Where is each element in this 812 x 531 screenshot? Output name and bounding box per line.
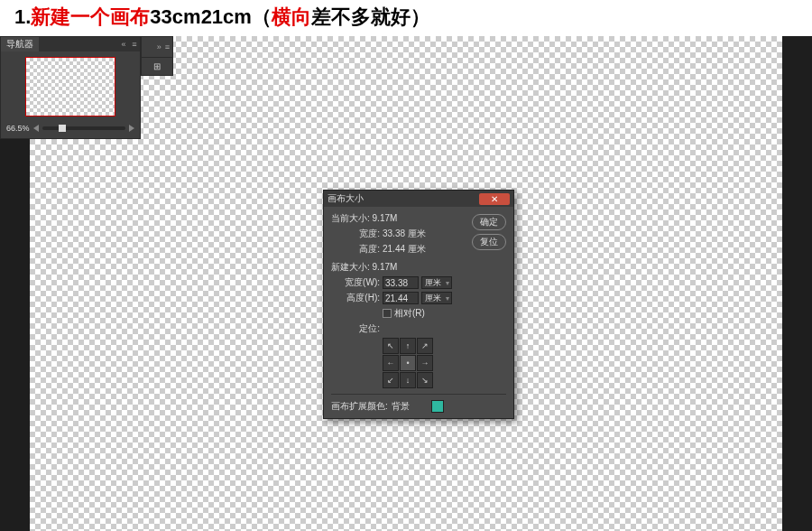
anchor-grid[interactable]: ↖ ↑ ↗ ← • → ↙ ↓ ↘	[383, 338, 506, 388]
width-unit-select[interactable]: 厘米	[421, 276, 452, 289]
zoom-slider[interactable]: 66.5%	[1, 122, 140, 138]
anchor-nw[interactable]: ↖	[383, 338, 399, 354]
anchor-w[interactable]: ←	[383, 355, 399, 371]
ok-button[interactable]: 确定	[472, 214, 506, 230]
anchor-n[interactable]: ↑	[400, 338, 416, 354]
extension-color-swatch[interactable]	[431, 400, 444, 413]
photoshop-workspace: 导航器 « ≡ 66.5% » ≡ ⊞ 画布大小 ✕ 确定 复位 当前大小:	[0, 36, 812, 531]
canvas-size-dialog: 画布大小 ✕ 确定 复位 当前大小: 9.17M 宽度:33.38 厘米 高度:…	[323, 190, 514, 419]
collapsed-panel-header[interactable]: » ≡	[141, 36, 173, 58]
collapse-icon[interactable]: «	[118, 40, 129, 49]
anchor-se[interactable]: ↘	[417, 372, 433, 388]
collapsed-panel-icon[interactable]: ⊞	[141, 58, 173, 76]
instruction-heading: 1.新建一个画布33cm21cm（横向差不多就好）	[14, 4, 430, 31]
anchor-e[interactable]: →	[417, 355, 433, 371]
anchor-s[interactable]: ↓	[400, 372, 416, 388]
anchor-ne[interactable]: ↗	[417, 338, 433, 354]
anchor-sw[interactable]: ↙	[383, 372, 399, 388]
navigator-preview[interactable]	[25, 57, 115, 116]
zoom-in-icon[interactable]	[129, 125, 134, 132]
new-size-group: 新建大小: 9.17M 宽度(W): 厘米 高度(H): 厘米 相对(R) 定位…	[331, 261, 506, 388]
extension-color-row: 画布扩展颜色: 背景	[331, 400, 506, 413]
anchor-center[interactable]: •	[400, 355, 416, 371]
dialog-title: 画布大小	[328, 192, 479, 205]
width-input[interactable]	[383, 276, 419, 289]
zoom-value: 66.5%	[6, 124, 30, 133]
relative-checkbox[interactable]	[383, 309, 392, 318]
histogram-icon: ⊞	[153, 61, 161, 71]
height-unit-select[interactable]: 厘米	[421, 292, 452, 304]
dialog-titlebar[interactable]: 画布大小 ✕	[324, 191, 513, 207]
navigator-tab[interactable]: 导航器	[1, 37, 39, 51]
panel-menu-icon[interactable]: ≡	[129, 40, 140, 49]
zoom-thumb[interactable]	[59, 125, 66, 132]
navigator-panel[interactable]: 导航器 « ≡ 66.5%	[0, 36, 141, 139]
extension-color-select[interactable]: 背景	[392, 400, 428, 413]
close-button[interactable]: ✕	[479, 193, 510, 205]
zoom-out-icon[interactable]	[33, 125, 39, 132]
expand-icon[interactable]: »	[157, 42, 161, 51]
height-input[interactable]	[383, 292, 419, 304]
reset-button[interactable]: 复位	[472, 234, 506, 250]
panel-menu-icon[interactable]: ≡	[165, 42, 170, 51]
